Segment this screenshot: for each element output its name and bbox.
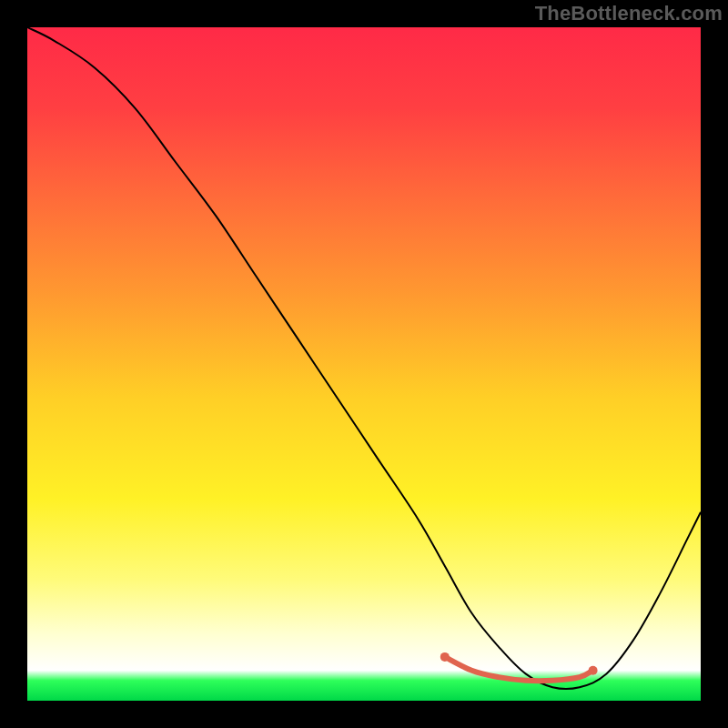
highlight-start-dot: [440, 652, 450, 662]
curve-layer: [27, 27, 701, 701]
watermark-text: TheBottleneck.com: [535, 2, 723, 25]
plot-area: [27, 27, 701, 701]
bottleneck-curve: [27, 27, 701, 689]
chart-container: TheBottleneck.com: [0, 0, 728, 728]
highlight-end-dot: [589, 666, 598, 675]
